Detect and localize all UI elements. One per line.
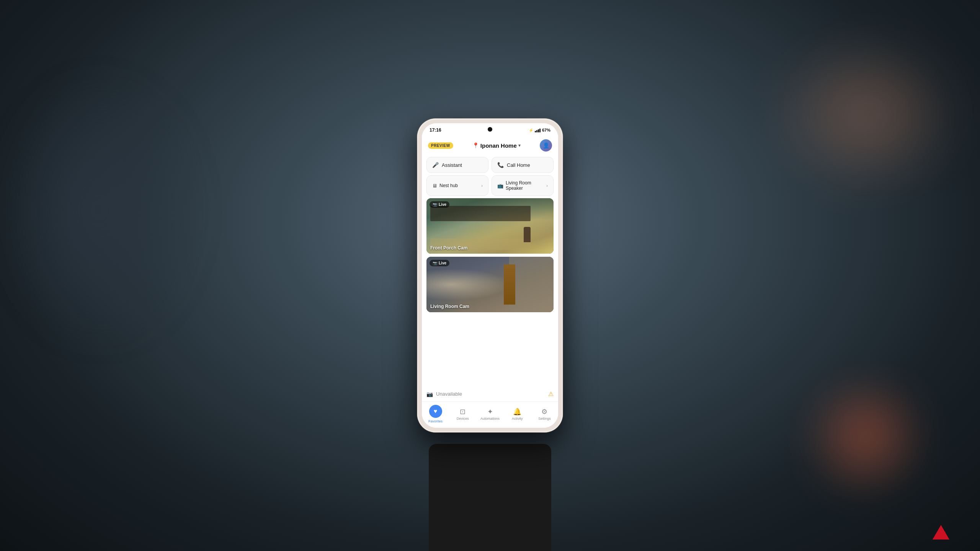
battery-percentage: 67% bbox=[542, 128, 550, 132]
location-icon: 📍 bbox=[472, 142, 479, 148]
warning-icon: ⚠ bbox=[548, 390, 554, 398]
home-selector[interactable]: 📍 Iponan Home ▾ bbox=[456, 142, 537, 149]
avatar[interactable]: 👤 bbox=[540, 139, 552, 152]
devices-icon: ⊡ bbox=[460, 408, 466, 416]
assistant-button[interactable]: 🎤 Assistant bbox=[426, 157, 488, 173]
unavailable-label: Unavailable bbox=[436, 391, 545, 397]
living-room-cam-card[interactable]: 📷 Live Living Room Cam bbox=[426, 257, 554, 312]
automations-icon: ✦ bbox=[487, 408, 493, 416]
porch-roof bbox=[430, 206, 531, 221]
speaker-icon: 📺 bbox=[497, 183, 503, 189]
living-room-speaker-card[interactable]: 📺 Living Room Speaker › bbox=[492, 175, 554, 196]
home-name: Iponan Home bbox=[480, 142, 517, 149]
nav-item-activity[interactable]: 🔔 Activity bbox=[504, 408, 531, 421]
nav-item-devices[interactable]: ⊡ Devices bbox=[449, 408, 476, 421]
heart-icon: ♥ bbox=[434, 408, 438, 415]
chevron-down-icon: ▾ bbox=[518, 143, 521, 148]
living-room-cam-label: Living Room Cam bbox=[430, 304, 469, 309]
nest-hub-card[interactable]: 🖥 Nest hub › bbox=[426, 175, 488, 196]
signal-bars bbox=[535, 128, 541, 132]
monitor-icon: 🖥 bbox=[432, 183, 437, 189]
arrow-right-icon: › bbox=[481, 183, 483, 188]
call-home-button[interactable]: 📞 Call Home bbox=[492, 157, 554, 173]
settings-label: Settings bbox=[538, 417, 551, 421]
bg-blur-left bbox=[0, 77, 199, 344]
status-time: 17:16 bbox=[430, 127, 441, 133]
phone-wrapper: 17:16 ⚡ 67% PREVIEW bbox=[417, 119, 563, 432]
status-right: ⚡ 67% bbox=[529, 128, 550, 132]
bar1 bbox=[535, 131, 536, 132]
live-label-front: Live bbox=[439, 202, 446, 207]
automations-label: Automations bbox=[480, 417, 500, 421]
bar2 bbox=[536, 130, 537, 132]
porch-scene bbox=[430, 206, 531, 250]
arrow-right-icon-2: › bbox=[546, 183, 548, 188]
room-wall bbox=[509, 257, 554, 312]
nav-item-automations[interactable]: ✦ Automations bbox=[476, 408, 503, 421]
device-cards: 🖥 Nest hub › 📺 Living Room Speaker › bbox=[422, 175, 558, 198]
activity-label: Activity bbox=[512, 417, 523, 421]
bottom-nav: ♥ Favorites ⊡ Devices ✦ Automations bbox=[422, 401, 558, 428]
call-home-label: Call Home bbox=[507, 162, 530, 168]
camera-icon-front: 📷 bbox=[433, 202, 437, 207]
assistant-label: Assistant bbox=[442, 162, 462, 168]
porch-figure bbox=[524, 227, 531, 242]
living-room-speaker-label: Living Room Speaker bbox=[506, 180, 544, 191]
cam-unavail-icon: 📷 bbox=[426, 391, 433, 397]
unavailable-row[interactable]: 📷 Unavailable ⚠ bbox=[422, 386, 558, 401]
live-badge-front: 📷 Live bbox=[430, 201, 449, 208]
devices-label: Devices bbox=[457, 417, 469, 421]
live-label-living: Live bbox=[439, 261, 446, 265]
watermark-chevron bbox=[938, 532, 946, 538]
phone-dock bbox=[429, 444, 551, 551]
watermark bbox=[933, 525, 949, 540]
room-door bbox=[504, 264, 515, 305]
bg-blur-right-bottom bbox=[789, 360, 942, 513]
phone-frame: 17:16 ⚡ 67% PREVIEW bbox=[417, 119, 563, 432]
bg-blur-right-top bbox=[750, 19, 980, 210]
bar3 bbox=[538, 129, 539, 132]
app-content: PREVIEW 📍 Iponan Home ▾ 👤 🎤 Assistant bbox=[422, 135, 558, 428]
camera-icon-living: 📷 bbox=[433, 261, 437, 265]
mic-icon: 🎤 bbox=[432, 162, 439, 168]
live-badge-living: 📷 Live bbox=[430, 260, 449, 266]
quick-actions: 🎤 Assistant 📞 Call Home bbox=[422, 155, 558, 175]
nav-item-settings[interactable]: ⚙ Settings bbox=[531, 408, 558, 421]
bell-icon: 🔔 bbox=[513, 408, 521, 416]
camera-hole bbox=[488, 127, 492, 132]
front-porch-cam-card[interactable]: 📷 Live Front Porch Cam bbox=[426, 198, 554, 254]
favorites-heart-bg: ♥ bbox=[429, 405, 442, 418]
nav-item-favorites[interactable]: ♥ Favorites bbox=[422, 405, 449, 423]
front-porch-cam-label: Front Porch Cam bbox=[430, 245, 467, 251]
top-bar: PREVIEW 📍 Iponan Home ▾ 👤 bbox=[422, 135, 558, 155]
bar4 bbox=[539, 129, 541, 132]
phone-icon: 📞 bbox=[497, 162, 504, 168]
gear-icon: ⚙ bbox=[541, 408, 547, 416]
bluetooth-icon: ⚡ bbox=[529, 128, 533, 132]
watermark-triangle bbox=[933, 525, 949, 540]
phone-screen: 17:16 ⚡ 67% PREVIEW bbox=[422, 123, 558, 428]
camera-feeds: 📷 Live Front Porch Cam 📷 Liv bbox=[422, 198, 558, 386]
favorites-label: Favorites bbox=[428, 419, 443, 423]
preview-badge: PREVIEW bbox=[428, 142, 453, 149]
nest-hub-label: Nest hub bbox=[439, 183, 479, 188]
